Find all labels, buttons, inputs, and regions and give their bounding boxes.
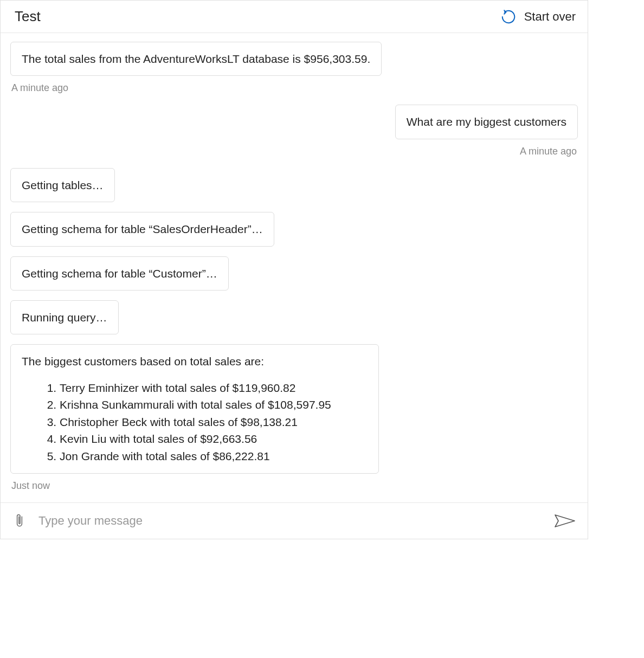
chat-messages: The total sales from the AdventureWorksL… — [1, 33, 588, 502]
start-over-label: Start over — [524, 10, 576, 24]
chat-input-bar — [1, 502, 588, 539]
result-list-item: Terry Eminhizer with total sales of $119… — [60, 379, 368, 397]
message-timestamp: A minute ago — [519, 146, 578, 157]
chat-window: Test Start over The total sales from the… — [0, 0, 588, 539]
user-message-group: What are my biggest customers A minute a… — [10, 105, 578, 167]
status-bubble: Running query… — [10, 300, 119, 334]
message-timestamp: A minute ago — [10, 82, 69, 94]
result-list-item: Jon Grande with total sales of $86,222.8… — [60, 448, 368, 465]
bot-result-bubble: The biggest customers based on total sal… — [10, 344, 379, 474]
message-input[interactable] — [38, 511, 542, 531]
send-icon[interactable] — [554, 514, 576, 528]
result-intro-text: The biggest customers based on total sal… — [22, 353, 368, 369]
status-bubble: Getting schema for table “Customer”… — [10, 256, 229, 291]
chat-header: Test Start over — [1, 1, 588, 33]
bot-message-bubble: The total sales from the AdventureWorksL… — [10, 42, 382, 76]
result-list-item: Kevin Liu with total sales of $92,663.56 — [60, 430, 368, 448]
user-message-bubble: What are my biggest customers — [395, 105, 578, 139]
svg-marker-0 — [555, 515, 575, 527]
result-list-item: Christopher Beck with total sales of $98… — [60, 414, 368, 431]
result-list: Terry Eminhizer with total sales of $119… — [22, 379, 368, 465]
paperclip-icon[interactable] — [12, 512, 27, 530]
status-bubble: Getting tables… — [10, 168, 115, 202]
restart-icon — [500, 9, 517, 25]
start-over-button[interactable]: Start over — [500, 9, 576, 25]
bot-message-group: Getting tables… Getting schema for table… — [10, 168, 578, 497]
bot-message-group: The total sales from the AdventureWorksL… — [10, 42, 578, 105]
status-bubble: Getting schema for table “SalesOrderHead… — [10, 212, 274, 246]
message-timestamp: Just now — [10, 480, 51, 492]
result-list-item: Krishna Sunkammurali with total sales of… — [60, 396, 368, 414]
chat-title: Test — [15, 8, 41, 25]
